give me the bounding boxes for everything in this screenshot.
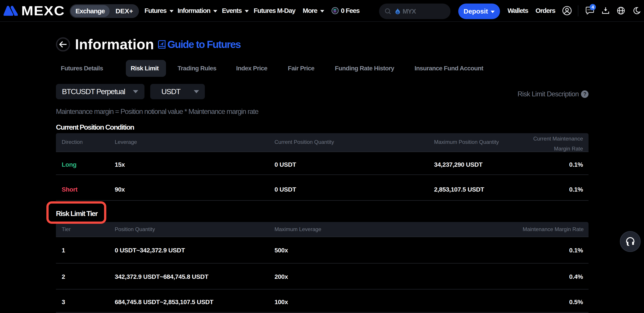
svg-text:?: ? xyxy=(583,91,586,97)
